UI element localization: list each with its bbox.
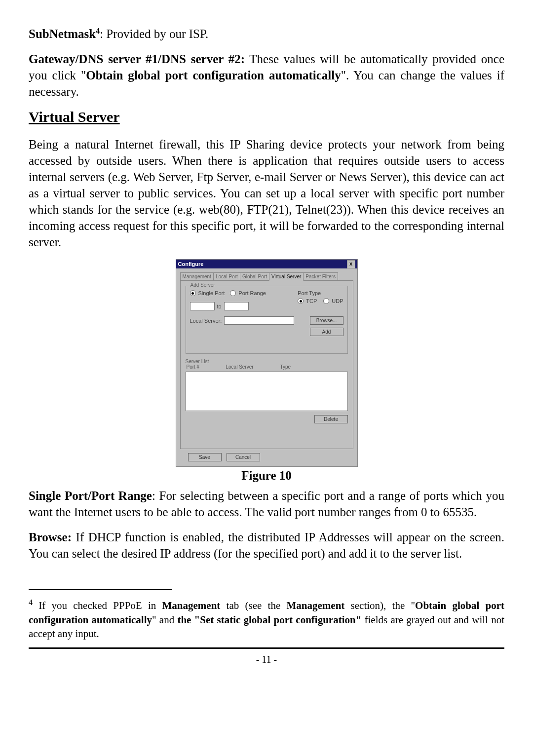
dialog-title: Configure [178,260,204,268]
delete-button[interactable]: Delete [314,415,348,423]
footnote-number: 4 [29,598,33,606]
server-list-box[interactable] [186,372,348,411]
paragraph-browse: Browse: If DHCP function is enabled, the… [29,529,504,562]
paragraph-single-port: Single Port/Port Range: For selecting be… [29,488,504,520]
paragraph-gateway-dns: Gateway/DNS server #1/DNS server #2: The… [29,51,504,100]
group-server-list: Server List Port # Local Server Type Del… [186,359,348,423]
col-port: Port # [187,364,226,370]
text-bold: Obtain global port configuration automat… [86,69,341,82]
label-port-type: Port Type [298,290,343,296]
footnote-ref-4: 4 [96,27,100,35]
text: : Provided by our ISP. [100,27,208,40]
page-number: - 11 - [29,654,504,665]
text-bold: the "Set static global port configuratio… [177,614,361,626]
figure-caption: Figure 10 [29,469,504,483]
label-port-range: Port Range [238,290,266,296]
label-udp: UDP [332,298,343,304]
dialog-footer: Save Cancel [176,453,357,466]
footnote-separator [29,589,172,590]
text: section), the " [344,600,415,611]
tab-global-port[interactable]: Global Port [240,272,269,280]
page-bottom-rule [29,647,504,649]
input-port-from[interactable] [190,302,215,310]
radio-udp[interactable] [323,298,329,304]
configure-dialog: Configure x Management Local Port Global… [176,259,358,467]
paragraph-virtual-server-desc: Being a natural Internet firewall, this … [29,136,504,250]
text-bold: Management [287,600,345,611]
text: tab (see the [220,600,286,611]
tab-virtual-server[interactable]: Virtual Server [269,272,304,281]
paragraph-subnetmask: SubNetmask4: Provided by our ISP. [29,26,504,42]
dialog-tabs: Management Local Port Global Port Virtua… [180,271,353,280]
label-single-port: Single Port [198,290,225,296]
label-local-server: Local Server: [190,318,222,324]
dialog-titlebar: Configure x [176,260,357,268]
label-server-list: Server List [186,359,348,364]
input-local-server[interactable] [224,316,294,325]
browse-button[interactable]: Browse... [310,316,343,325]
label-single-port-range: Single Port/Port Range [29,489,152,502]
label-gateway: Gateway/DNS server #1/DNS server #2: [29,52,245,66]
radio-tcp[interactable] [298,298,304,304]
label-to: to [217,303,222,309]
cancel-button[interactable]: Cancel [227,453,260,461]
text: If you checked PPPoE in [33,600,162,611]
figure-10: Configure x Management Local Port Global… [29,259,504,467]
tab-packet-filters[interactable]: Packet Filters [303,272,338,280]
radio-single-port[interactable] [190,290,196,296]
heading-virtual-server: Virtual Server [29,109,504,125]
text: If DHCP function is enabled, the distrib… [29,530,504,560]
col-local-server: Local Server [226,364,280,370]
document-page: SubNetmask4: Provided by our ISP. Gatewa… [0,0,533,756]
label-tcp: TCP [306,298,317,304]
footnote-4: 4 If you checked PPPoE in Management tab… [29,597,504,641]
add-button[interactable]: Add [310,328,343,336]
label-subnetmask: SubNetmask [29,27,96,40]
tab-panel: Add Server Single Port Port Range [180,280,353,449]
save-button[interactable]: Save [188,453,222,461]
tab-local-port[interactable]: Local Port [213,272,240,280]
radio-port-range[interactable] [230,290,236,296]
text: " and [152,614,177,626]
col-type: Type [280,364,310,370]
label-browse: Browse: [29,530,72,544]
tab-management[interactable]: Management [180,272,214,280]
input-port-to[interactable] [224,302,249,310]
group-title: Add Server [189,282,217,288]
list-header: Port # Local Server Type [186,364,348,371]
text-bold: Management [162,600,221,611]
close-icon[interactable]: x [347,260,355,268]
group-add-server: Add Server Single Port Port Range [186,286,348,354]
